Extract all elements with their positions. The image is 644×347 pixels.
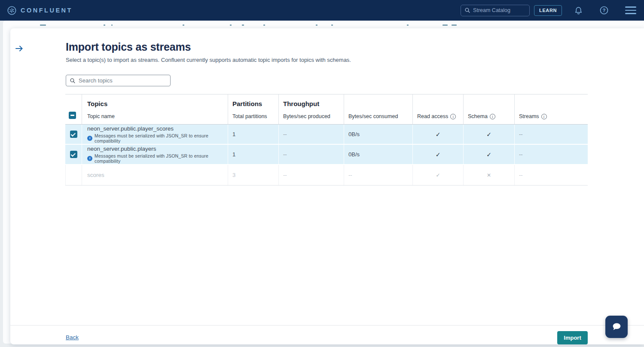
bytes-produced-label: Bytes/sec produced [283,113,330,119]
topic-search-box[interactable] [66,75,171,86]
streams-value: -- [515,151,523,158]
footer-divider [10,325,644,326]
read-access-check-icon: ✓ [436,172,440,178]
empty-checkbox-cell [65,165,82,185]
schema-cross-icon: ✕ [487,172,491,178]
help-icon: ? [599,6,609,15]
read-access-check-icon: ✓ [436,131,441,138]
header-streams: Streams [514,94,588,124]
arrow-right-icon [15,44,24,53]
navbar-actions: LEARN ? [461,0,636,21]
stream-catalog-search[interactable] [461,5,530,16]
topic-name: scores [87,172,104,179]
bytes-produced-value: -- [279,172,287,178]
brand-wordmark: CONFLUENT [21,7,73,14]
total-partitions-value: 1 [228,151,235,158]
back-link[interactable]: Back [66,334,79,341]
collapse-panel-button[interactable] [14,43,25,55]
header-throughput-produced: Throughput Bytes/sec produced [278,94,344,124]
page-subtitle: Select a topic(s) to import as streams. … [66,57,351,63]
header-topics: Topics Topic name [82,94,228,124]
info-icon[interactable] [450,114,456,119]
total-partitions-label: Total partitions [232,113,267,119]
import-button[interactable]: Import [557,331,588,344]
topics-table: Topics Topic name Partitions Total parti… [65,94,588,186]
schema-check-icon: ✓ [486,151,491,158]
search-icon [70,78,76,84]
stream-catalog-search-input[interactable] [473,7,524,13]
search-topics-input[interactable] [79,77,160,84]
total-partitions-value: 3 [228,172,235,178]
svg-text:?: ? [603,8,606,13]
streams-value: -- [515,131,523,137]
learn-button[interactable]: LEARN [534,5,562,16]
streams-value: -- [515,172,523,178]
import-topics-panel: Import topics as streams Select a topic(… [10,28,644,344]
header-throughput-consumed: Bytes/sec consumed [344,94,412,124]
bytes-consumed-label: Bytes/sec consumed [348,113,398,119]
read-access-check-icon: ✓ [436,151,441,158]
row-checkbox[interactable] [70,151,77,158]
info-icon [87,136,92,141]
header-checkbox-cell [65,94,82,124]
bytes-consumed-value: -- [344,172,352,178]
throughput-group-label: Throughput [283,100,319,107]
breadcrumb-clipped [15,24,488,27]
bytes-produced-value: -- [279,131,287,137]
table-header-row: Topics Topic name Partitions Total parti… [65,94,588,125]
header-partitions: Partitions Total partitions [228,94,278,124]
info-icon [87,156,92,161]
schema-label: Schema [468,113,488,119]
table-row[interactable]: neon_server.public.player_scores Message… [65,125,588,145]
row-checkbox[interactable] [70,131,77,138]
page-title: Import topics as streams [66,41,191,53]
bytes-consumed-value: 0B/s [344,151,360,158]
select-all-checkbox[interactable] [69,112,76,119]
confluent-brand[interactable]: CONFLUENT [7,6,73,15]
topic-cell: neon_server.public.player_scores Message… [82,125,228,144]
search-icon [464,7,470,13]
streams-label: Streams [519,113,539,119]
topic-name: neon_server.public.players [87,146,156,152]
top-navbar: CONFLUENT LEARN ? [0,0,644,21]
bell-icon [574,6,583,15]
info-icon[interactable] [490,114,495,119]
topics-group-label: Topics [87,100,107,107]
chat-bubble-icon [610,321,623,332]
info-icon[interactable] [541,114,547,119]
header-schema: Schema [463,94,514,124]
total-partitions-value: 1 [228,131,235,137]
menu-button[interactable] [625,6,636,14]
partitions-group-label: Partitions [232,100,262,107]
header-read-access: Read access [412,94,463,124]
schema-check-icon: ✓ [486,131,491,138]
bytes-produced-value: -- [279,151,287,158]
topic-name: neon_server.public.player_scores [87,125,174,132]
read-access-label: Read access [417,113,448,119]
notifications-button[interactable] [574,6,583,15]
hamburger-icon [625,6,636,14]
table-row[interactable]: neon_server.public.players Messages must… [65,145,588,165]
topic-cell: scores [82,165,228,185]
confluent-logo-icon [7,6,17,15]
help-button[interactable]: ? [599,6,609,15]
topic-name-label: Topic name [87,113,115,119]
bytes-consumed-value: 0B/s [344,131,360,137]
table-row-disabled: scores 3 -- -- ✓ ✕ -- [65,165,588,186]
chat-widget-button[interactable] [605,316,628,338]
topic-note: Messages must be serialized with JSON_SR… [87,133,228,143]
topic-cell: neon_server.public.players Messages must… [82,145,228,164]
topic-note: Messages must be serialized with JSON_SR… [87,153,228,164]
